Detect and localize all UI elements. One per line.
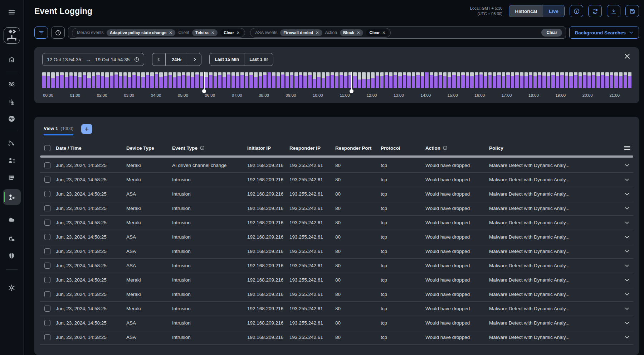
save-button[interactable]: [625, 5, 639, 17]
expand-row-button[interactable]: [616, 220, 633, 225]
add-view-button[interactable]: [81, 124, 92, 134]
refresh-button[interactable]: [588, 5, 602, 17]
expand-row-button[interactable]: [616, 306, 633, 311]
table-row[interactable]: Jun, 23, 2024, 14:58:25 ASA Intrusion 19…: [40, 259, 633, 273]
flow-icon[interactable]: [4, 27, 20, 44]
cell-initiator-ip: 192.168.209.216: [247, 320, 289, 326]
table-row[interactable]: Jun, 23, 2024, 14:58:25 Meraki Intrusion…: [40, 173, 633, 187]
date-range-input[interactable]: 12 Oct 13:54:35 → 19 Oct 14:54:35: [42, 53, 144, 66]
remove-chip-icon[interactable]: ✕: [316, 30, 319, 35]
handle-dot[interactable]: [350, 89, 353, 93]
column-settings-button[interactable]: [616, 144, 633, 152]
pulse-icon[interactable]: [4, 111, 20, 126]
user-directory-icon[interactable]: [4, 153, 20, 168]
expand-row-button[interactable]: [616, 277, 633, 283]
remove-chip-icon[interactable]: ✕: [169, 30, 172, 35]
time-tick-label: 15:00: [448, 93, 458, 97]
table-row[interactable]: Jun, 23, 2024, 14:58:25 Meraki Intrusion…: [40, 302, 633, 316]
remove-chip-icon[interactable]: ✕: [211, 30, 214, 35]
expand-row-button[interactable]: [616, 234, 633, 240]
filter-chip[interactable]: Telstra✕: [192, 29, 218, 36]
background-searches-button[interactable]: Background Searches: [569, 27, 639, 39]
expand-row-button[interactable]: [616, 292, 633, 297]
settings-icon[interactable]: [4, 280, 20, 295]
row-checkbox[interactable]: [44, 248, 50, 254]
download-button[interactable]: [607, 5, 620, 17]
expand-row-button[interactable]: [616, 320, 633, 326]
remove-chip-icon[interactable]: ✕: [236, 30, 240, 35]
cloud-icon[interactable]: [4, 212, 20, 226]
remove-chip-icon[interactable]: ✕: [382, 30, 385, 35]
expand-row-button[interactable]: [616, 206, 633, 211]
expand-row-button[interactable]: [616, 263, 633, 268]
filter-chip[interactable]: Adaptive policy state change✕: [107, 29, 176, 36]
row-checkbox[interactable]: [44, 277, 50, 283]
client-analytics-icon[interactable]: [3, 189, 21, 205]
info-icon[interactable]: [200, 145, 205, 150]
histogram-bar: [560, 72, 564, 88]
devices-icon[interactable]: [4, 231, 20, 246]
expand-row-button[interactable]: [616, 163, 633, 168]
row-checkbox[interactable]: [44, 334, 50, 340]
live-segment[interactable]: Live: [543, 5, 564, 17]
row-checkbox[interactable]: [44, 306, 50, 312]
filter-chip[interactable]: Firewall denied✕: [280, 29, 322, 36]
historical-segment[interactable]: Historical: [509, 5, 543, 17]
table-row[interactable]: Jun, 23, 2024, 14:58:25 Meraki Intrusion…: [40, 201, 633, 216]
row-checkbox[interactable]: [44, 263, 50, 269]
table-row[interactable]: Jun, 23, 2024, 14:58:25 Meraki Intrusion…: [40, 273, 633, 287]
last-15-min-button[interactable]: Last 15 Min: [210, 53, 244, 66]
clear-all-filters-button[interactable]: Clear: [541, 29, 562, 37]
row-checkbox[interactable]: [44, 291, 50, 297]
table-row[interactable]: Jun, 23, 2024, 14:58:25 Meraki Intrusion…: [40, 216, 633, 230]
last-1-hr-button[interactable]: Last 1 hr: [244, 53, 273, 66]
row-checkbox[interactable]: [44, 162, 50, 168]
history-button[interactable]: [51, 27, 65, 39]
table-row[interactable]: Jun, 23, 2024, 14:58:25 ASA Intrusion 19…: [40, 187, 633, 201]
table-row[interactable]: Jun, 23, 2024, 14:58:25 ASA Intrusion 19…: [40, 316, 633, 330]
interval-label[interactable]: 24Hr: [165, 53, 188, 66]
expand-row-button[interactable]: [616, 191, 633, 197]
cell-initiator-ip: 192.168.209.216: [247, 191, 289, 197]
tab-view-1[interactable]: View 1 (1000): [44, 126, 73, 135]
row-checkbox[interactable]: [44, 191, 50, 197]
table-row[interactable]: Jun, 23, 2024, 14:58:25 ASA Intrusion 19…: [40, 244, 633, 259]
filter-group-clear-chip[interactable]: Clear✕: [366, 29, 389, 36]
topology-icon[interactable]: [4, 136, 20, 150]
menu-icon[interactable]: [4, 5, 20, 19]
row-checkbox[interactable]: [44, 220, 50, 226]
table-row[interactable]: Jun, 23, 2024, 14:58:25 Meraki Intrusion…: [40, 287, 633, 302]
shield-icon[interactable]: [4, 249, 20, 263]
time-tick-label: 14:00: [420, 93, 431, 97]
expand-row-button[interactable]: [616, 335, 633, 340]
insights-icon[interactable]: [4, 94, 20, 109]
next-interval-button[interactable]: [188, 53, 201, 66]
info-button[interactable]: [570, 5, 583, 17]
row-checkbox[interactable]: [44, 234, 50, 240]
table-row[interactable]: Jun, 23, 2024, 14:58:25 ASA Intrusion 19…: [40, 230, 633, 244]
prev-interval-button[interactable]: [152, 53, 165, 66]
horizontal-scrollbar[interactable]: [40, 155, 633, 158]
handle-dot[interactable]: [202, 89, 206, 93]
close-time-panel-button[interactable]: [623, 52, 632, 61]
histogram-bar: [150, 72, 154, 88]
home-icon[interactable]: [4, 52, 20, 67]
table-row[interactable]: Jun, 23, 2024, 14:58:25 ASA Intrusion 19…: [40, 330, 633, 345]
cell-policy: Malware Detect with Dynamic Analy...: [489, 277, 616, 283]
atom-icon[interactable]: [4, 77, 20, 91]
filter-button[interactable]: [34, 27, 48, 39]
expand-row-button[interactable]: [616, 249, 633, 254]
expand-row-button[interactable]: [616, 177, 633, 182]
select-all-checkbox[interactable]: [44, 145, 50, 151]
remove-chip-icon[interactable]: ✕: [357, 30, 360, 35]
table-row[interactable]: Jun, 23, 2024, 14:58:25 Meraki AI driven…: [40, 158, 633, 173]
row-checkbox[interactable]: [44, 205, 50, 211]
row-checkbox[interactable]: [44, 177, 50, 183]
filter-chip[interactable]: Block✕: [340, 29, 364, 36]
histogram-bar: [182, 72, 185, 88]
filter-group-clear-chip[interactable]: Clear✕: [220, 29, 243, 36]
row-checkbox[interactable]: [44, 320, 50, 326]
histogram-bar: [92, 72, 96, 88]
event-list-icon[interactable]: [4, 171, 20, 185]
info-icon[interactable]: [443, 145, 448, 150]
